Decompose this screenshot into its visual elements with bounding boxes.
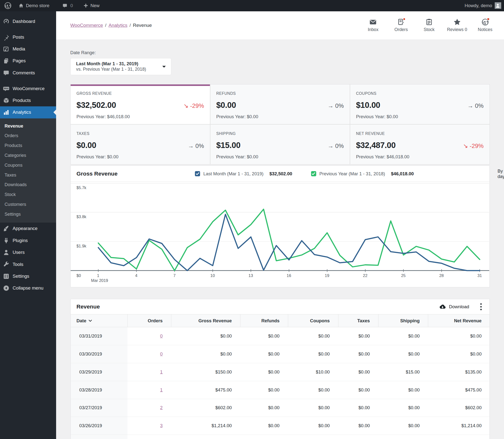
submenu-item-revenue[interactable]: Revenue (0, 121, 56, 131)
activity-orders[interactable]: Orders (387, 18, 415, 32)
sidebar-item-posts[interactable]: Posts (0, 31, 56, 43)
submenu-item-orders[interactable]: Orders (0, 131, 56, 141)
orders-count-link[interactable]: 1 (160, 369, 163, 375)
svg-text:Woo: Woo (4, 87, 9, 90)
cell-shipping: $0.00 (378, 399, 428, 417)
chart-header: Gross Revenue Last Month (Mar 1 - 31, 20… (71, 166, 490, 182)
table-menu-button[interactable] (477, 303, 485, 311)
wordpress-icon (481, 18, 489, 26)
download-button[interactable]: Download (439, 303, 469, 310)
inbox-icon (369, 18, 377, 26)
sidebar-item-woocommerce[interactable]: WooWooCommerce (0, 83, 56, 95)
new-content-button[interactable]: New (79, 0, 103, 11)
submenu-item-stock[interactable]: Stock (0, 190, 56, 200)
submenu-item-customers[interactable]: Customers (0, 199, 56, 209)
column-header-net-revenue[interactable]: Net Revenue (428, 314, 490, 327)
orders-count-link[interactable]: 1 (160, 387, 163, 393)
sidebar-item-users[interactable]: Users (0, 246, 56, 258)
legend-total: $46,018.00 (391, 171, 414, 177)
orders-count-link[interactable]: 0 (160, 333, 163, 339)
submenu-item-settings[interactable]: Settings (0, 209, 56, 219)
submenu-item-categories[interactable]: Categories (0, 150, 56, 160)
sidebar-item-analytics[interactable]: Analytics (0, 106, 56, 118)
date-range-select[interactable]: Last Month (Mar 1 - 31, 2019) vs. Previo… (70, 58, 171, 75)
summary-card-value: $32,487.00 (356, 141, 396, 150)
table-row: 03/29/20191$150.00$0.00$10.00$0.00$15.00… (71, 363, 490, 381)
legend-item-last-month[interactable]: Last Month (Mar 1 - 31, 2019)$32,502.00 (195, 166, 292, 182)
submenu-item-coupons[interactable]: Coupons (0, 160, 56, 170)
sidebar-item-settings[interactable]: Settings (0, 270, 56, 282)
cloud-download-icon (439, 303, 446, 310)
cell-shipping: $0.00 (378, 345, 428, 363)
sidebar-item-media[interactable]: Media (0, 43, 56, 55)
x-axis-label: 7 (167, 273, 182, 278)
cell-empty (127, 435, 171, 439)
table-row: 03/26/20193$1,214.00$0.00$0.00$0.00$0.00… (71, 417, 490, 435)
cell-date: 03/29/2019 (71, 363, 127, 381)
breadcrumb-woocommerce[interactable]: WooCommerce (70, 23, 103, 28)
column-header-orders[interactable]: Orders (127, 314, 171, 327)
cell-value: $0.00 (470, 333, 482, 339)
orders-count-link[interactable]: 3 (160, 423, 163, 428)
summary-card-refunds[interactable]: REFUNDS$0.00→ 0%Previous Year: $0.00 (210, 84, 350, 124)
howdy-text[interactable]: Howdy, demo (465, 3, 492, 8)
home-icon (18, 3, 24, 8)
summary-card-shipping[interactable]: SHIPPING$15.00→ 0%Previous Year: $0.00 (210, 125, 350, 164)
activity-star[interactable]: Reviews 0 (443, 18, 471, 32)
submenu-item-downloads[interactable]: Downloads (0, 180, 56, 190)
column-header-refunds[interactable]: Refunds (240, 314, 288, 327)
sidebar-item-pages[interactable]: Pages (0, 55, 56, 67)
new-label: New (90, 3, 99, 8)
sidebar-item-appearance[interactable]: Appearance (0, 223, 56, 234)
cell-value: $602.00 (465, 405, 482, 410)
activity-stock[interactable]: Stock (415, 18, 443, 32)
column-header-taxes[interactable]: Taxes (338, 314, 378, 327)
breadcrumb-analytics[interactable]: Analytics (109, 23, 127, 28)
legend-item-previous-year[interactable]: Previous Year (Mar 1 - 31, 2018)$46,018.… (311, 166, 414, 182)
sidebar-item-dashboard[interactable]: Dashboard (0, 16, 56, 27)
cell-empty (71, 435, 127, 439)
orders-count-link[interactable]: 0 (160, 351, 163, 357)
checkbox-checked-icon[interactable] (311, 171, 316, 176)
interval-label: By day (498, 168, 504, 179)
submenu-item-products[interactable]: Products (0, 141, 56, 151)
sidebar-item-products[interactable]: Products (0, 95, 56, 106)
interval-select[interactable]: By day (498, 166, 504, 182)
woocommerce-analytics-revenue-page: Demo store 0 New Howdy, demo DashboardPo… (0, 0, 504, 439)
comments-indicator[interactable]: 0 (59, 0, 76, 11)
sidebar-item-plugins[interactable]: Plugins (0, 235, 56, 246)
column-header-gross-revenue[interactable]: Gross Revenue (171, 314, 240, 327)
sidebar-item-comments[interactable]: Comments (0, 67, 56, 79)
cell-coupons: $0.00 (288, 327, 338, 345)
summary-card-gross-revenue[interactable]: GROSS REVENUE$32,502.00↘ -29%Previous Ye… (71, 84, 210, 124)
visit-store-link[interactable]: Demo store (15, 0, 53, 11)
wordpress-logo-icon[interactable] (0, 0, 15, 11)
cell-gross: $475.00 (171, 381, 240, 399)
summary-card-net-revenue[interactable]: NET REVENUE$32,487.00↘ -29%Previous Year… (350, 125, 490, 164)
avatar[interactable] (495, 2, 501, 9)
column-header-label: Date (77, 318, 86, 324)
analytics-submenu: RevenueOrdersProductsCategoriesCouponsTa… (0, 118, 56, 223)
summary-card-previous: Previous Year: $0.00 (216, 154, 344, 160)
cell-refunds: $0.00 (240, 399, 288, 417)
checkbox-checked-icon[interactable] (195, 171, 200, 176)
sidebar-item-collapse-menu[interactable]: Collapse menu (0, 282, 56, 294)
activity-inbox[interactable]: Inbox (359, 18, 387, 32)
submenu-item-taxes[interactable]: Taxes (0, 170, 56, 180)
cell-orders: 0 (127, 327, 171, 345)
orders-count-link[interactable]: 2 (160, 405, 163, 410)
column-header-shipping[interactable]: Shipping (378, 314, 428, 327)
summary-card-taxes[interactable]: TAXES$0.00→ 0%Previous Year: $0.00 (71, 125, 210, 164)
comment-icon (3, 69, 10, 76)
sidebar-item-tools[interactable]: Tools (0, 258, 56, 270)
cell-taxes: $0.00 (338, 345, 378, 363)
sliders-icon (3, 273, 10, 280)
cell-value: $0.00 (318, 405, 330, 410)
table-row: 03/27/20192$602.00$0.00$0.00$0.00$0.00$6… (71, 399, 490, 417)
revenue-line-chart[interactable]: $0$1.9k$3.8k$5.7k1471013161922252831Mar … (71, 182, 489, 288)
activity-wordpress[interactable]: Notices (471, 18, 499, 32)
summary-card-coupons[interactable]: COUPONS$10.00→ 0%Previous Year: $0.00 (350, 84, 490, 124)
column-header-date[interactable]: Date (71, 314, 127, 327)
column-header-coupons[interactable]: Coupons (288, 314, 338, 327)
main-content: Date Range: Last Month (Mar 1 - 31, 2019… (56, 39, 504, 439)
